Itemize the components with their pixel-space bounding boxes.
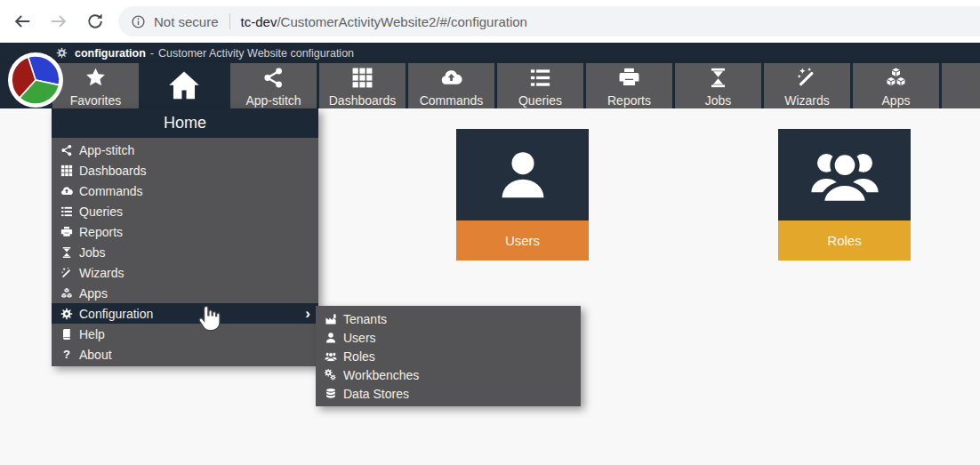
url-path: /CustomerActivityWebsite2/#/configuratio… <box>277 14 527 29</box>
security-label: Not secure <box>154 14 219 29</box>
star-icon <box>84 67 107 89</box>
magic-wand-icon <box>60 267 73 279</box>
database-icon <box>325 388 337 400</box>
nav-label-wizards: Wizards <box>764 93 850 108</box>
list-icon <box>529 67 551 89</box>
hourglass-icon <box>60 246 73 259</box>
app-title-bar: configuration - Customer Activity Websit… <box>0 43 980 63</box>
nav-item-home-selected[interactable] <box>140 63 229 108</box>
menu-item-dashboards[interactable]: Dashboards <box>52 160 318 180</box>
menu-item-label: Wizards <box>79 266 125 280</box>
page-subtitle: Customer Activity Website configuration <box>158 47 354 60</box>
cubes-icon <box>885 67 907 89</box>
browser-forward-button[interactable] <box>49 12 68 31</box>
submenu-item-data-stores[interactable]: Data Stores <box>316 384 581 403</box>
gears-icon <box>325 369 337 381</box>
menu-item-reports[interactable]: Reports <box>52 221 318 242</box>
browser-back-button[interactable] <box>12 12 32 31</box>
user-icon <box>494 147 551 204</box>
menu-item-queries[interactable]: Queries <box>52 201 318 221</box>
tile-users-label: Users <box>456 220 589 261</box>
nav-label-dashboards: Dashboards <box>319 93 406 108</box>
menu-item-label: Reports <box>79 225 123 239</box>
nav-item-jobs[interactable]: Jobs <box>675 63 761 108</box>
browser-toolbar: Not secure tc-dev/CustomerActivityWebsit… <box>0 0 980 43</box>
user-icon <box>325 332 337 344</box>
menu-item-label: Queries <box>79 204 123 219</box>
submenu-item-label: Data Stores <box>343 387 409 401</box>
menu-item-app-stitch[interactable]: App-stitch <box>52 140 318 160</box>
printer-icon <box>60 226 73 238</box>
nav-label-app-stitch: App-stitch <box>230 93 317 108</box>
cubes-icon <box>60 287 73 300</box>
menu-item-help[interactable]: Help <box>52 324 318 344</box>
nav-item-commands[interactable]: Commands <box>408 63 494 108</box>
nav-item-wizards[interactable]: Wizards <box>764 63 850 108</box>
menu-item-label: Configuration <box>79 307 153 321</box>
menu-item-about[interactable]: ?About <box>52 344 318 365</box>
submenu-item-label: Tenants <box>343 312 387 326</box>
nav-item-reports[interactable]: Reports <box>586 63 672 108</box>
nav-item-queries[interactable]: Queries <box>497 63 583 108</box>
question-icon: ? <box>60 348 73 361</box>
menu-body: App-stitch Dashboards Commands Queries R… <box>52 138 318 366</box>
menu-item-label: Commands <box>79 184 143 198</box>
menu-item-label: Dashboards <box>79 164 147 178</box>
pinwheel-logo[interactable] <box>7 52 64 108</box>
hourglass-icon <box>707 67 729 89</box>
home-icon <box>167 68 201 102</box>
nav-item-app-stitch[interactable]: App-stitch <box>230 63 317 108</box>
menu-item-label: Apps <box>79 286 108 301</box>
top-navbar: Favorites App-stitch Dashboards Commands… <box>0 63 980 108</box>
menu-item-commands[interactable]: Commands <box>52 180 318 201</box>
home-dropdown-menu: Home App-stitch Dashboards Commands Quer… <box>52 108 318 366</box>
menu-item-apps[interactable]: Apps <box>52 283 318 303</box>
submenu-item-roles[interactable]: Roles <box>316 347 581 365</box>
nav-label-commands: Commands <box>408 93 494 108</box>
info-icon[interactable] <box>131 14 146 29</box>
grid-icon <box>60 164 73 177</box>
grid-icon <box>351 67 374 89</box>
list-icon <box>60 205 73 218</box>
tile-roles[interactable]: Roles <box>778 129 911 261</box>
tile-roles-icon-area <box>778 129 911 220</box>
nav-item-dashboards[interactable]: Dashboards <box>319 63 406 108</box>
submenu-item-tenants[interactable]: Tenants <box>316 309 581 328</box>
submenu-item-users[interactable]: Users <box>316 328 581 347</box>
refresh-icon <box>85 12 105 31</box>
back-icon <box>12 12 32 31</box>
menu-item-jobs[interactable]: Jobs <box>52 242 318 262</box>
address-bar[interactable]: Not secure tc-dev/CustomerActivityWebsit… <box>118 6 980 36</box>
factory-icon <box>325 313 337 325</box>
share-icon <box>60 144 73 156</box>
menu-item-wizards[interactable]: Wizards <box>52 262 318 283</box>
gear-icon <box>60 308 73 320</box>
tile-users[interactable]: Users <box>456 129 589 261</box>
menu-title: Home <box>52 108 318 138</box>
printer-icon <box>618 67 640 89</box>
menu-item-configuration[interactable]: Configuration› <box>52 303 318 324</box>
nav-label-apps: Apps <box>853 93 939 108</box>
nav-label-favorites: Favorites <box>52 93 139 108</box>
browser-refresh-button[interactable] <box>85 12 105 31</box>
nav-item-favorites[interactable]: Favorites <box>52 63 139 108</box>
submenu-item-label: Roles <box>343 349 375 364</box>
submenu-item-workbenches[interactable]: Workbenches <box>316 365 581 384</box>
cloud-upload-icon <box>60 185 73 197</box>
nav-label-jobs: Jobs <box>675 93 761 108</box>
forward-icon <box>49 12 68 31</box>
url-divider <box>229 13 230 29</box>
magic-wand-icon <box>796 67 818 89</box>
url-text: tc-dev/CustomerActivityWebsite2/#/config… <box>241 14 527 29</box>
book-icon <box>60 328 73 341</box>
menu-item-label: Jobs <box>79 245 106 260</box>
title-separator: - <box>150 47 154 60</box>
navbar-filler <box>942 63 980 108</box>
tile-roles-label: Roles <box>778 220 911 261</box>
page-title: configuration <box>75 47 146 60</box>
screen: Not secure tc-dev/CustomerActivityWebsit… <box>0 0 980 465</box>
chevron-right-icon: › <box>305 308 310 320</box>
nav-item-apps[interactable]: Apps <box>853 63 939 108</box>
submenu-item-label: Users <box>343 331 376 345</box>
menu-item-label: About <box>79 348 112 362</box>
